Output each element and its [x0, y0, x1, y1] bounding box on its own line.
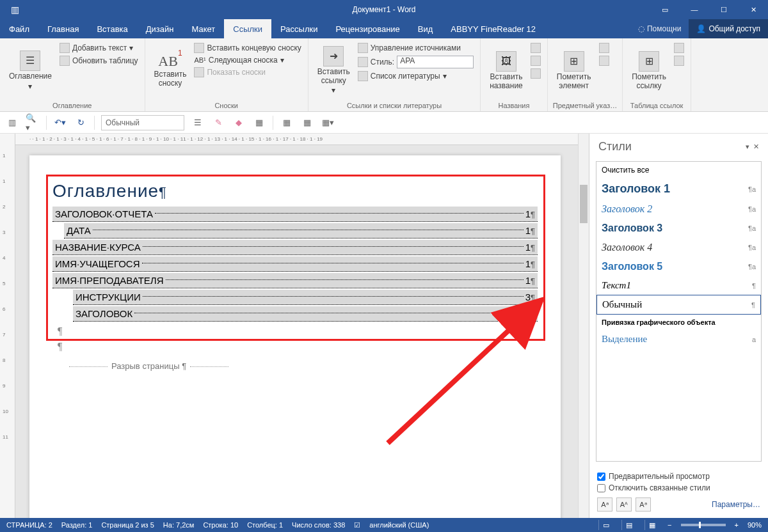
- style-dropdown[interactable]: Обычный: [101, 115, 184, 130]
- style-list[interactable]: Очистить всеЗаголовок 1¶aЗаголовок 2¶aЗа…: [596, 161, 762, 462]
- qat-btn-5[interactable]: ▦: [280, 116, 294, 130]
- tab-references[interactable]: Ссылки: [224, 19, 271, 38]
- style-item[interactable]: Текст1¶: [596, 276, 761, 295]
- citation-style[interactable]: Стиль: APA: [356, 55, 475, 69]
- horizontal-ruler[interactable]: · · 1 · 1 · 2 · 1 · 3 · 1 · 4 · 1 · 5 · …: [15, 134, 578, 145]
- status-col[interactable]: Столбец: 1: [247, 521, 283, 529]
- group-footnotes: AB1Вставить сноску Вставить концевую сно…: [145, 38, 308, 111]
- linked-checkbox[interactable]: Отключить связанные стили: [597, 483, 760, 492]
- ribbon-options-icon[interactable]: ▭: [650, 0, 680, 19]
- mark-entry-button[interactable]: ⊞Пометить элемент: [553, 41, 595, 100]
- status-words[interactable]: Число слов: 338: [292, 521, 345, 529]
- tab-mailings[interactable]: Рассылки: [271, 19, 326, 38]
- insert-citation-button[interactable]: ➜Вставить ссылку▾: [314, 41, 354, 100]
- pane-options-icon[interactable]: ▾: [746, 143, 749, 151]
- view-web-icon[interactable]: ▦: [644, 520, 659, 530]
- vertical-scrollbar[interactable]: [578, 134, 589, 518]
- paragraph-mark: ¶: [58, 341, 538, 352]
- styles-pane: Стили ▾✕ Очистить всеЗаголовок 1¶aЗаголо…: [589, 134, 768, 518]
- vertical-ruler[interactable]: 112 345 678 91011: [0, 134, 15, 518]
- tab-design[interactable]: Дизайн: [137, 19, 183, 38]
- redo-icon[interactable]: ↻: [74, 116, 88, 130]
- style-item[interactable]: Заголовок 3¶a: [596, 219, 761, 238]
- update-table-button[interactable]: Обновить таблицу: [58, 55, 140, 66]
- qat-btn-3[interactable]: ◆: [232, 116, 246, 130]
- minimize-icon[interactable]: —: [680, 0, 709, 19]
- document-scroll[interactable]: Оглавление ЗАГОЛОВОК·ОТЧЕТА1ДАТА1НАЗВАНИ…: [15, 145, 578, 518]
- manage-styles-icon[interactable]: Aᵃ: [636, 497, 651, 512]
- tab-addin[interactable]: ABBYY FineReader 12: [442, 19, 545, 38]
- insert-footnote-button[interactable]: AB1Вставить сноску: [150, 41, 191, 100]
- group-authorities: ⊞Пометить ссылку Таблица ссылок: [623, 38, 691, 111]
- style-inspector-icon[interactable]: Aᴬ: [616, 497, 632, 512]
- maximize-icon[interactable]: ☐: [709, 0, 739, 19]
- tell-me[interactable]: ◌Помощни: [630, 19, 689, 38]
- qat-btn-2[interactable]: ✎: [211, 116, 225, 130]
- style-item[interactable]: Заголовок 4¶a: [596, 238, 761, 257]
- style-item[interactable]: Заголовок 1¶a: [596, 178, 761, 199]
- style-item[interactable]: Привязка графического объекта: [596, 315, 761, 330]
- zoom-slider[interactable]: [681, 524, 726, 526]
- add-text-button[interactable]: Добавить текст ▾: [58, 42, 140, 54]
- qat-btn-6[interactable]: ▦: [300, 116, 314, 130]
- view-read-icon[interactable]: ▭: [598, 520, 612, 530]
- undo-icon[interactable]: ↶▾: [53, 116, 67, 130]
- group-toc: ☰Оглавление▾ Добавить текст ▾ Обновить т…: [0, 38, 145, 111]
- qat-btn-7[interactable]: ▦▾: [321, 116, 335, 130]
- status-page[interactable]: СТРАНИЦА: 2: [6, 521, 52, 529]
- group-captions: 🖼Вставить название Названия: [481, 38, 548, 111]
- quick-access-toolbar: ▥ 🔍▾ ↶▾ ↻ Обычный ☰ ✎ ◆ ▦ ▦ ▦ ▦▾: [0, 112, 768, 134]
- group-index: ⊞Пометить элемент Предметный указ…: [548, 38, 623, 111]
- manage-sources-button[interactable]: Управление источниками: [356, 42, 475, 54]
- mark-citation-button[interactable]: ⊞Пометить ссылку: [628, 41, 670, 100]
- tab-view[interactable]: Вид: [409, 19, 442, 38]
- page: Оглавление ЗАГОЛОВОК·ОТЧЕТА1ДАТА1НАЗВАНИ…: [29, 155, 561, 518]
- next-footnote-button[interactable]: AB¹ Следующая сноска ▾: [193, 55, 302, 65]
- tab-file[interactable]: Файл: [0, 19, 38, 38]
- toc-button[interactable]: ☰Оглавление▾: [5, 41, 56, 100]
- style-options-link[interactable]: Параметры…: [712, 500, 760, 509]
- close-icon[interactable]: ✕: [739, 0, 768, 19]
- ribbon: ☰Оглавление▾ Добавить текст ▾ Обновить т…: [0, 38, 768, 112]
- clear-all[interactable]: Очистить все: [596, 162, 761, 178]
- new-style-icon[interactable]: Aᵃ: [597, 497, 612, 512]
- share-icon: 👤: [696, 24, 706, 33]
- qat-btn-1[interactable]: ☰: [191, 116, 205, 130]
- save-icon[interactable]: ▥: [5, 116, 19, 130]
- status-spell-icon[interactable]: ☑: [354, 521, 360, 529]
- preview-checkbox[interactable]: Предварительный просмотр: [597, 472, 760, 481]
- pane-close-icon[interactable]: ✕: [753, 143, 759, 151]
- tab-home[interactable]: Главная: [38, 19, 88, 38]
- insert-caption-button[interactable]: 🖼Вставить название: [486, 41, 527, 100]
- view-print-icon[interactable]: ▤: [621, 520, 636, 530]
- zoom-in-icon[interactable]: +: [735, 521, 739, 529]
- bulb-icon: ◌: [638, 24, 644, 33]
- style-item[interactable]: Обычный¶: [596, 295, 761, 315]
- page-break: Разрыв страницы ¶: [65, 361, 538, 371]
- style-item[interactable]: Заголовок 5¶a: [596, 257, 761, 276]
- status-at[interactable]: На: 7,2см: [163, 521, 195, 529]
- window-title: Документ1 - Word: [352, 5, 415, 14]
- bibliography-button[interactable]: Список литературы ▾: [356, 70, 475, 82]
- status-lang[interactable]: английский (США): [369, 521, 429, 529]
- tab-review[interactable]: Рецензирование: [326, 19, 408, 38]
- status-bar: СТРАНИЦА: 2 Раздел: 1 Страница 2 из 5 На…: [0, 518, 768, 532]
- status-section[interactable]: Раздел: 1: [61, 521, 93, 529]
- show-notes-button[interactable]: Показать сноски: [193, 66, 302, 78]
- status-page-of[interactable]: Страница 2 из 5: [101, 521, 154, 529]
- zoom-level[interactable]: 90%: [748, 521, 762, 529]
- work-area: 112 345 678 91011 · · 1 · 1 · 2 · 1 · 3 …: [0, 134, 768, 518]
- qat-btn-4[interactable]: ▦: [252, 116, 266, 130]
- annotation-frame: [46, 175, 545, 341]
- quick-access-icon[interactable]: ▥: [0, 4, 29, 15]
- find-icon[interactable]: 🔍▾: [26, 116, 40, 130]
- tab-layout[interactable]: Макет: [182, 19, 224, 38]
- title-bar: ▥ Документ1 - Word ▭ — ☐ ✕: [0, 0, 768, 19]
- share-button[interactable]: 👤Общий доступ: [689, 19, 768, 38]
- zoom-out-icon[interactable]: −: [668, 521, 671, 529]
- style-item[interactable]: Выделениеa: [596, 330, 761, 348]
- status-line[interactable]: Строка: 10: [203, 521, 238, 529]
- tab-insert[interactable]: Вставка: [88, 19, 136, 38]
- insert-endnote-button[interactable]: Вставить концевую сноску: [193, 42, 302, 54]
- style-item[interactable]: Заголовок 2¶a: [596, 199, 761, 219]
